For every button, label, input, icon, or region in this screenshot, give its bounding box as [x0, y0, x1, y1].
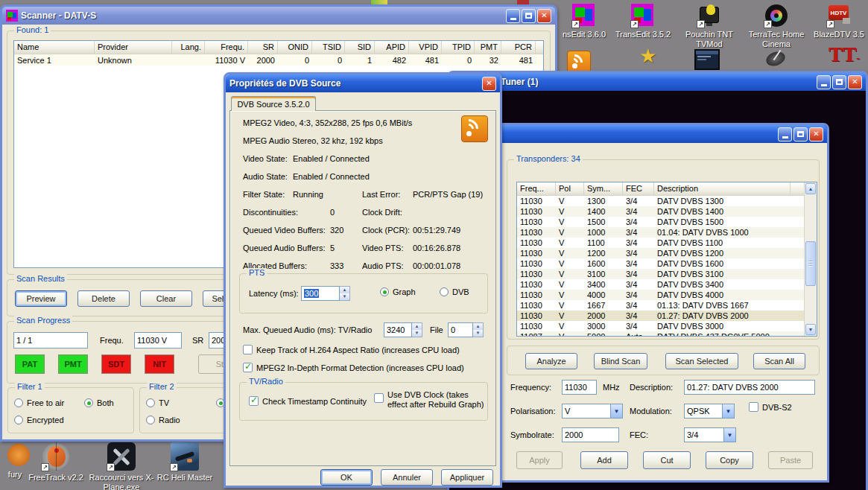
polarisation-select[interactable]: V▼: [562, 404, 623, 419]
scan-selected-button[interactable]: Scan Selected: [665, 353, 738, 369]
desktop-icon-pouchin[interactable]: ↗ Pouchin TNT TVMod: [677, 4, 742, 49]
tab-dvb-source[interactable]: DVB Source 3.5.2.0: [231, 96, 316, 111]
use-dvb-clock-checkbox[interactable]: Use DVB Clock (takes effect after Rebuil…: [374, 390, 484, 410]
preview-button[interactable]: Preview: [15, 290, 67, 307]
fec-select[interactable]: 3/4▼: [684, 427, 736, 442]
column-header[interactable]: Freq...: [517, 182, 556, 195]
column-header[interactable]: TPID: [442, 41, 475, 54]
chevron-down-icon[interactable]: ▼: [610, 404, 622, 418]
transponder-row[interactable]: 11030V10003/401.04: DATV DVBS 1000: [517, 227, 805, 238]
cancel-button[interactable]: Annuler: [381, 469, 433, 486]
max-queued-file-input[interactable]: 0: [448, 322, 473, 337]
scanner-titlebar[interactable]: Scanner - DATV-S ✕: [2, 7, 555, 25]
radio-encrypted[interactable]: Encrypted: [14, 416, 64, 424]
desktop-icon-xplane[interactable]: ↗ Raccourci vers X-Plane.exe: [86, 442, 156, 490]
radio-both[interactable]: Both: [84, 398, 114, 407]
symbolrate-input[interactable]: 2000: [562, 427, 619, 442]
column-header[interactable]: Provider: [95, 41, 172, 54]
minimize-button[interactable]: [817, 75, 831, 89]
maximize-button[interactable]: [522, 9, 536, 23]
copy-button[interactable]: Copy: [706, 451, 753, 469]
transponder-row[interactable]: 11087V5000AutoDATV DVBS 437 DG0VE 5000: [517, 331, 805, 337]
close-button[interactable]: ✕: [482, 77, 496, 91]
desktop-icon-blazedtv[interactable]: HDTV ↗ BlazeDTV 3.5: [811, 4, 867, 39]
latency-spinner[interactable]: ▲▼: [340, 286, 350, 301]
column-header[interactable]: TSID: [312, 41, 345, 54]
radio-tv[interactable]: TV: [146, 398, 169, 407]
transponder-row[interactable]: 11030V31003/4DATV DVBS 3100: [517, 269, 805, 279]
dvbs2-checkbox[interactable]: DVB-S2: [749, 402, 792, 412]
radio-radio[interactable]: Radio: [146, 416, 180, 424]
transponder-row[interactable]: 11030V30003/4DATV DVBS 3000: [517, 321, 805, 331]
console-window-icon[interactable]: [694, 49, 720, 70]
transponder-row[interactable]: 11030V15003/4DATV DVBS 1500: [517, 217, 805, 227]
max-queued-tv-spinner[interactable]: ▲▼: [412, 322, 422, 337]
max-queued-file-spinner[interactable]: ▲▼: [473, 322, 484, 337]
transponders-titlebar[interactable]: ✕: [498, 125, 827, 143]
column-header[interactable]: SID: [345, 41, 375, 54]
column-header[interactable]: SR: [248, 41, 278, 54]
close-button[interactable]: ✕: [809, 127, 823, 141]
transponder-row[interactable]: 11030V34003/4DATV DVBS 3400: [517, 279, 805, 290]
desktop-icon-rcheli[interactable]: ↗ RC Heli Master: [151, 442, 219, 483]
radio-dvb[interactable]: DVB: [440, 287, 469, 296]
modulation-select[interactable]: QPSK▼: [684, 404, 735, 419]
delete-button[interactable]: Delete: [77, 290, 130, 307]
blind-scan-button[interactable]: Blind Scan: [594, 353, 647, 369]
column-header[interactable]: APID: [375, 41, 409, 54]
column-header[interactable]: Name: [14, 41, 95, 54]
column-header[interactable]: ONID: [278, 41, 312, 54]
radio-free-to-air[interactable]: Free to air: [14, 398, 64, 407]
maximize-button[interactable]: [832, 75, 846, 89]
column-header[interactable]: PCR: [501, 41, 536, 54]
column-header[interactable]: FEC: [623, 182, 654, 195]
scan-all-button[interactable]: Scan All: [753, 353, 805, 369]
close-button[interactable]: ✕: [537, 9, 551, 23]
add-button[interactable]: Add: [580, 451, 628, 469]
max-queued-tv-input[interactable]: 3240: [384, 322, 412, 337]
desktop-icon-terratec[interactable]: ↗ TerraTec Home Cinema: [742, 4, 811, 49]
spin-down-icon[interactable]: ▼: [340, 293, 349, 300]
transponder-row[interactable]: 11030V16673/401.13: DATV DVBS 1667: [517, 300, 805, 311]
column-header[interactable]: Pol: [556, 182, 584, 195]
clear-button[interactable]: Clear: [140, 290, 192, 307]
frequ-field[interactable]: 11030 V: [134, 332, 182, 349]
column-header[interactable]: Lang.: [172, 41, 205, 54]
transponder-row[interactable]: 11030V11003/4DATV DVBS 1100: [517, 238, 805, 248]
scroll-up-button[interactable]: ▲: [805, 183, 816, 194]
chevron-down-icon[interactable]: ▼: [722, 404, 734, 418]
spin-down-icon[interactable]: ▼: [473, 330, 483, 337]
desktop-icon-transedit-360[interactable]: ↗ nsEdit 3.6.0: [556, 4, 612, 39]
maximize-button[interactable]: [793, 127, 808, 141]
transponder-row[interactable]: 11030V12003/4DATV DVBS 1200: [517, 248, 805, 258]
spin-up-icon[interactable]: ▲: [412, 323, 422, 330]
mpeg2-indepth-checkbox[interactable]: MPEG2 In-Depth Format Detection (increas…: [243, 363, 464, 372]
dialog-titlebar[interactable]: Propriétés de DVB Source ✕: [226, 74, 500, 92]
satellite-dish-icon[interactable]: [764, 48, 790, 70]
transponder-row[interactable]: 11030V20003/401.27: DATV DVBS 2000: [517, 311, 805, 321]
latency-input[interactable]: 300: [301, 286, 340, 301]
cut-button[interactable]: Cut: [643, 451, 691, 469]
scroll-down-button[interactable]: ▼: [805, 324, 816, 335]
transponder-row[interactable]: 11030V14003/4DATV DVBS 1400: [517, 206, 805, 217]
column-header[interactable]: Description: [654, 182, 791, 195]
scanner-table-row[interactable]: Service 1Unknown11030 V20000014824810324…: [14, 54, 543, 66]
close-button[interactable]: ✕: [848, 75, 862, 89]
h264-aspect-checkbox[interactable]: Keep Track of H.264 Aspect Ratio (increa…: [243, 345, 460, 354]
wizard-star-icon[interactable]: ★: [639, 45, 656, 68]
radio-graph[interactable]: Graph: [380, 287, 416, 296]
chevron-down-icon[interactable]: ▼: [723, 428, 735, 442]
column-header[interactable]: Sym...: [584, 182, 623, 195]
column-header[interactable]: PMT: [475, 41, 501, 54]
frequency-input[interactable]: 11030: [562, 380, 597, 395]
column-header[interactable]: VPID: [409, 41, 442, 54]
technotrend-icon[interactable]: TT-: [829, 43, 860, 69]
spin-up-icon[interactable]: ▲: [473, 323, 483, 330]
vertical-scrollbar[interactable]: ▲ ▼: [804, 182, 817, 336]
timestamp-continuity-checkbox[interactable]: Check Timestamp Continuity: [249, 396, 367, 406]
desktop-icon-freetrack[interactable]: ↗ FreeTrack v2.2: [22, 442, 89, 483]
tuner-titlebar[interactable]: Tuner (1) ✕: [449, 73, 866, 91]
spin-up-icon[interactable]: ▲: [340, 287, 349, 293]
transponder-row[interactable]: 11030V16003/4DATV DVBS 1600: [517, 258, 805, 269]
description-input[interactable]: 01.27: DATV DVBS 2000: [684, 380, 815, 395]
